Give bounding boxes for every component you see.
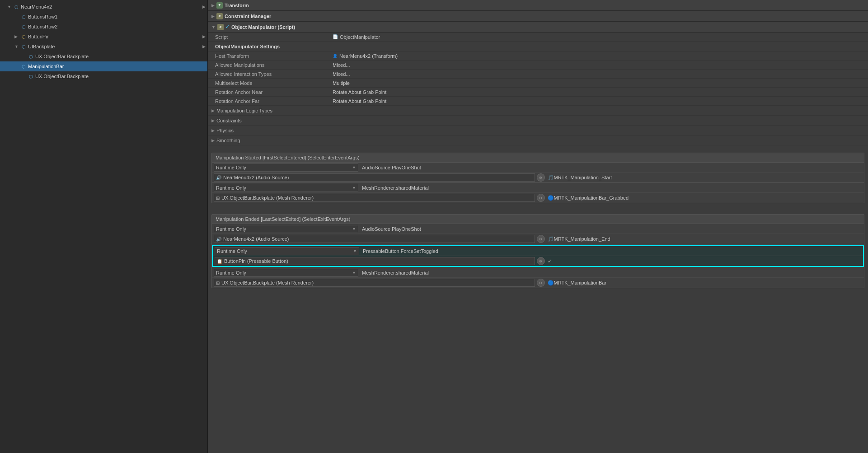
expand-arrow-pin: ▶: [14, 34, 19, 39]
object-manipulator-check: ✓: [225, 24, 230, 30]
ux-backplate-icon: ⬡: [27, 54, 34, 59]
settings-header-label: ObjectManipulator Settings: [215, 44, 280, 49]
constraint-manager-header[interactable]: ▶ # Constraint Manager: [208, 11, 868, 22]
object-manipulator-collapse-arrow: ▼: [211, 25, 216, 29]
ux-backplate-label: UX.ObjectBar.Backplate: [35, 54, 207, 59]
multiselect-mode-value: Multiple: [333, 80, 864, 86]
event-ended-dropdown2[interactable]: Runtime Only ▼: [215, 247, 359, 255]
transform-collapse-arrow: ▶: [211, 3, 215, 8]
ux-backplate2-icon: ⬡: [27, 74, 34, 79]
tree-item-ui-backplate[interactable]: ▼ ⬡ UIBackplate ▶: [0, 42, 207, 51]
event-ended-dropdown3-label: Runtime Only: [216, 270, 246, 276]
ended-dropdown2-arrow: ▼: [353, 249, 357, 253]
transform-name: Transform: [225, 3, 249, 8]
tree-item-buttons-row2[interactable]: ▶ ⬡ ButtonsRow2: [0, 22, 207, 32]
event-started-obj2: ⊞ UX.ObjectBar.Backplate (Mesh Renderer): [214, 194, 535, 202]
tree-item-buttons-row1[interactable]: ▶ ⬡ ButtonsRow1: [0, 12, 207, 22]
tree-item-near-menu[interactable]: ▼ ⬡ NearMenu4x2 ▶: [0, 2, 207, 12]
constraint-manager-name: Constraint Manager: [225, 14, 271, 19]
smoothing-section[interactable]: ▶ Smoothing: [208, 135, 868, 145]
manipulation-ended-header: Manipulation Ended [LastSelectExited] (S…: [212, 215, 864, 224]
event-ended-circle-btn2[interactable]: ⊙: [537, 257, 545, 265]
event-ended-circle-btn3[interactable]: ⊙: [537, 279, 545, 287]
event-ended-obj1: 🔊 NearMenu4x2 (Audio Source): [214, 235, 535, 243]
near-menu-icon: ⬡: [13, 5, 20, 9]
multiselect-mode-label: Multiselect Mode: [215, 80, 333, 86]
ux-backplate2-label: UX.ObjectBar.Backplate: [35, 74, 207, 79]
script-row: Script 📄 ObjectManipulator: [208, 33, 868, 42]
allowed-interaction-label: Allowed Interaction Types: [215, 71, 333, 77]
constraint-manager-icon: #: [216, 13, 223, 19]
event-ended-obj3-name: UX.ObjectBar.Backplate (Mesh Renderer): [221, 280, 314, 285]
event-ended-circle-btn1[interactable]: ⊙: [537, 235, 545, 243]
hierarchy-panel: ▼ ⬡ NearMenu4x2 ▶ ▶ ⬡ ButtonsRow1 ▶ ⬡ Bu…: [0, 0, 208, 453]
button-pin-icon: ⬡: [20, 34, 27, 39]
script-label: Script: [215, 34, 333, 40]
host-transform-value-text: NearMenu4x2 (Transform): [339, 53, 398, 59]
event-started-circle-btn1[interactable]: ⊙: [537, 173, 545, 182]
transform-header[interactable]: ▶ T Transform: [208, 0, 868, 11]
event-ended-function3: MeshRenderer.sharedMaterial: [360, 270, 864, 276]
script-value: 📄 ObjectManipulator: [333, 34, 864, 40]
event-ended-dropdown1[interactable]: Runtime Only ▼: [214, 225, 358, 233]
host-transform-label: Host Transform: [215, 53, 333, 59]
dropdown1-arrow: ▼: [352, 165, 356, 170]
near-menu-label: NearMenu4x2: [21, 4, 202, 9]
dropdown2-arrow: ▼: [352, 186, 356, 190]
allowed-manipulations-row: Allowed Manipulations Mixed...: [208, 61, 868, 70]
event-started-function1: AudioSource.PlayOneShot: [360, 165, 864, 170]
event-started-circle-btn2[interactable]: ⊙: [537, 194, 545, 202]
event-ended-pair3-bottom: ⊞ UX.ObjectBar.Backplate (Mesh Renderer)…: [212, 278, 864, 288]
button-pin-label: ButtonPin: [28, 34, 202, 39]
constraints-section[interactable]: ▶ Constraints: [208, 116, 868, 126]
physics-label: Physics: [216, 128, 234, 133]
allowed-interaction-value: Mixed...: [333, 71, 864, 77]
event-ended-obj3: ⊞ UX.ObjectBar.Backplate (Mesh Renderer): [214, 279, 535, 287]
constraints-label: Constraints: [216, 118, 242, 123]
manipulation-logic-label: Manipulation Logic Types: [216, 108, 272, 113]
event-started-pair-1: Runtime Only ▼ AudioSource.PlayOneShot 🔊…: [212, 163, 864, 183]
buttons-row2-label: ButtonsRow2: [28, 24, 207, 29]
manipulation-bar-label: ManipulationBar: [28, 64, 207, 69]
object-manipulator-icon: #: [217, 24, 224, 30]
event-ended-obj2: 📋 ButtonPin (Pressable Button): [215, 257, 535, 265]
expand-arrow-backplate: ▼: [14, 44, 19, 49]
rotation-anchor-near-value: Rotate About Grab Point: [333, 89, 864, 95]
event-started-pair2-top: Runtime Only ▼ MeshRenderer.sharedMateri…: [212, 183, 864, 193]
event-started-pair-2: Runtime Only ▼ MeshRenderer.sharedMateri…: [212, 183, 864, 203]
expand-arrow-near-menu: ▼: [7, 5, 12, 9]
allowed-interaction-types-row: Allowed Interaction Types Mixed...: [208, 70, 868, 79]
transform-icon: T: [216, 2, 223, 9]
host-transform-value: 👤 NearMenu4x2 (Transform): [333, 53, 864, 59]
mesh-renderer-icon-2: ⊞: [216, 280, 220, 285]
event-started-dropdown1[interactable]: Runtime Only ▼: [214, 163, 358, 172]
event-ended-pair-3: Runtime Only ▼ MeshRenderer.sharedMateri…: [212, 268, 864, 288]
ui-backplate-label: UIBackplate: [28, 44, 202, 49]
smoothing-label: Smoothing: [216, 138, 240, 143]
rotation-anchor-near-row: Rotation Anchor Near Rotate About Grab P…: [208, 88, 868, 97]
event-ended-pair2-bottom: 📋 ButtonPin (Pressable Button) ⊙ ✓: [213, 256, 863, 266]
multiselect-mode-row: Multiselect Mode Multiple: [208, 79, 868, 88]
mesh-renderer-icon-1: ⊞: [216, 196, 220, 201]
allowed-manipulations-value: Mixed...: [333, 62, 864, 68]
tree-item-ux-backplate[interactable]: ▶ ⬡ UX.ObjectBar.Backplate: [0, 51, 207, 61]
buttons-row1-icon: ⬡: [20, 14, 27, 19]
buttons-row1-label: ButtonsRow1: [28, 14, 207, 19]
rotation-anchor-near-label: Rotation Anchor Near: [215, 89, 333, 95]
manipulation-ended-event: Manipulation Ended [LastSelectExited] (S…: [211, 214, 864, 288]
physics-section[interactable]: ▶ Physics: [208, 126, 868, 135]
ended-dropdown1-arrow: ▼: [352, 227, 356, 231]
event-ended-pair2-top: Runtime Only ▼ PressableButton.ForceSetT…: [213, 246, 863, 256]
object-manipulator-header[interactable]: ▼ # ✓ Object Manipulator (Script): [208, 22, 868, 33]
event-started-dropdown2[interactable]: Runtime Only ▼: [214, 184, 358, 192]
event-started-obj1: 🔊 NearMenu4x2 (Audio Source): [214, 173, 535, 182]
tree-item-button-pin[interactable]: ▶ ⬡ ButtonPin ▶: [0, 32, 207, 42]
event-ended-dropdown3[interactable]: Runtime Only ▼: [214, 269, 358, 277]
audio-source-icon-2: 🔊: [216, 237, 221, 242]
tree-item-ux-backplate2[interactable]: ▶ ⬡ UX.ObjectBar.Backplate: [0, 71, 207, 81]
manipulation-logic-section[interactable]: ▶ Manipulation Logic Types: [208, 106, 868, 116]
event-started-function2: MeshRenderer.sharedMaterial: [360, 185, 864, 191]
smoothing-arrow: ▶: [211, 138, 215, 143]
tree-item-manipulation-bar[interactable]: ▶ ⬡ ManipulationBar: [0, 61, 207, 71]
manipulation-started-event: Manipulation Started [FirstSelectEntered…: [211, 153, 864, 203]
